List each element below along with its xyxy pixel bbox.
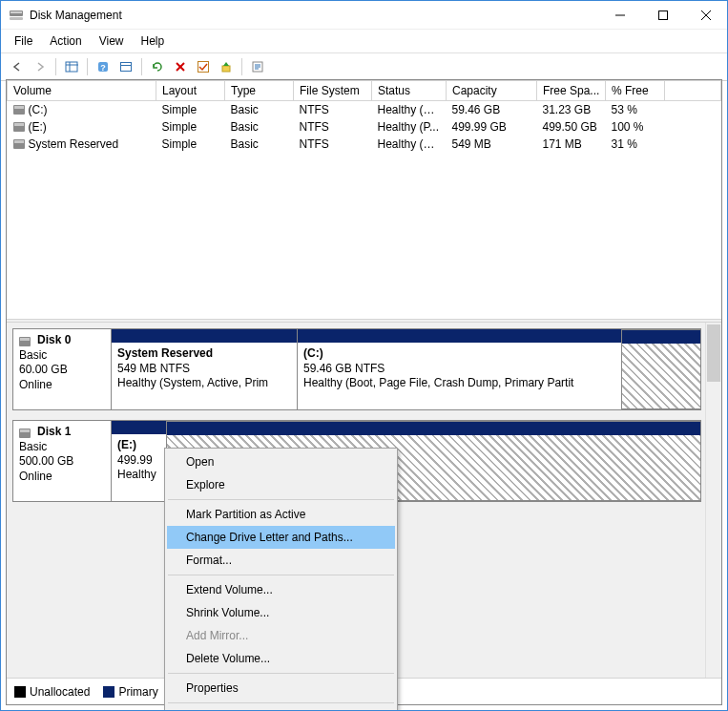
check-button[interactable] bbox=[193, 56, 214, 77]
col-status[interactable]: Status bbox=[372, 81, 447, 101]
cell-fs: NTFS bbox=[294, 101, 372, 119]
partition-band bbox=[112, 421, 166, 434]
col-type[interactable]: Type bbox=[225, 81, 294, 101]
close-button[interactable] bbox=[684, 1, 727, 29]
partition-title: System Reserved bbox=[117, 346, 213, 360]
swatch-black-icon bbox=[14, 686, 26, 698]
menu-item[interactable]: Properties bbox=[167, 677, 395, 700]
col-freespace[interactable]: Free Spa... bbox=[537, 81, 606, 101]
delete-button[interactable] bbox=[170, 56, 191, 77]
back-button[interactable] bbox=[7, 56, 28, 77]
cell-capacity: 59.46 GB bbox=[447, 101, 537, 119]
svg-rect-12 bbox=[121, 63, 132, 72]
disk-state: Online bbox=[19, 470, 105, 485]
show-hide-tree-button[interactable] bbox=[61, 56, 82, 77]
toolbar-divider bbox=[241, 58, 242, 75]
menu-item[interactable]: Delete Volume... bbox=[167, 647, 395, 670]
help-button[interactable]: ? bbox=[93, 56, 114, 77]
cell-status: Healthy (B... bbox=[372, 101, 447, 119]
menu-view[interactable]: View bbox=[92, 31, 132, 51]
settings-view-button[interactable] bbox=[115, 56, 136, 77]
partition-status: Healthy (Boot, Page File, Crash Dump, Pr… bbox=[303, 376, 573, 389]
menu-item[interactable]: Explore bbox=[167, 473, 395, 496]
partition-band bbox=[112, 329, 297, 343]
cell-capacity: 549 MB bbox=[447, 136, 537, 153]
partition-size: 499.99 bbox=[117, 453, 153, 467]
menu-item: Add Mirror... bbox=[167, 624, 395, 647]
menu-item[interactable]: Shrink Volume... bbox=[167, 601, 395, 624]
col-filesystem[interactable]: File System bbox=[294, 81, 372, 101]
partition-block[interactable]: (E:) 499.99 Healthy bbox=[112, 421, 167, 501]
cell-type: Basic bbox=[225, 136, 294, 153]
partition-title: (C:) bbox=[303, 346, 323, 360]
partition-status: Healthy (System, Active, Prim bbox=[117, 376, 268, 389]
menu-item[interactable]: Open bbox=[167, 450, 395, 473]
cell-capacity: 499.99 GB bbox=[447, 118, 537, 136]
context-menu[interactable]: OpenExploreMark Partition as ActiveChang… bbox=[164, 448, 398, 711]
disk-type: Basic bbox=[19, 348, 105, 364]
toolbar-divider bbox=[55, 58, 56, 75]
menu-item[interactable]: Help bbox=[167, 706, 395, 711]
forward-button[interactable] bbox=[30, 56, 51, 77]
partition-block[interactable]: (C:) 59.46 GB NTFS Healthy (Boot, Page F… bbox=[298, 329, 622, 409]
menu-separator bbox=[168, 499, 394, 500]
minimize-button[interactable] bbox=[598, 1, 641, 29]
volume-row[interactable]: System Reserved Simple Basic NTFS Health… bbox=[8, 136, 721, 153]
menu-item[interactable]: Mark Partition as Active bbox=[167, 503, 395, 526]
menu-item[interactable]: Change Drive Letter and Paths... bbox=[167, 526, 395, 549]
col-spacer bbox=[665, 81, 721, 101]
refresh-button[interactable] bbox=[147, 56, 168, 77]
cell-type: Basic bbox=[225, 101, 294, 119]
menu-action[interactable]: Action bbox=[42, 31, 89, 51]
volume-row[interactable]: (C:) Simple Basic NTFS Healthy (B... 59.… bbox=[8, 101, 721, 119]
column-headers[interactable]: Volume Layout Type File System Status Ca… bbox=[8, 81, 721, 101]
menu-separator bbox=[168, 575, 394, 575]
col-volume[interactable]: Volume bbox=[8, 81, 156, 101]
menu-item[interactable]: Extend Volume... bbox=[167, 578, 395, 601]
properties-button[interactable] bbox=[247, 56, 268, 77]
volume-list-pane: Volume Layout Type File System Status Ca… bbox=[7, 80, 721, 319]
menu-separator bbox=[168, 702, 394, 703]
unallocated-block[interactable] bbox=[622, 329, 700, 409]
partition-title: (E:) bbox=[117, 438, 136, 451]
cell-pct: 53 % bbox=[606, 101, 665, 119]
partition-status: Healthy bbox=[117, 468, 156, 481]
svg-rect-4 bbox=[658, 10, 667, 19]
col-layout[interactable]: Layout bbox=[156, 81, 225, 101]
up-button[interactable] bbox=[216, 56, 237, 77]
partition-block[interactable]: System Reserved 549 MB NTFS Healthy (Sys… bbox=[112, 329, 298, 409]
cell-fs: NTFS bbox=[294, 118, 372, 136]
volume-table[interactable]: Volume Layout Type File System Status Ca… bbox=[7, 80, 721, 153]
col-capacity[interactable]: Capacity bbox=[447, 81, 537, 101]
svg-rect-7 bbox=[66, 62, 77, 72]
drive-icon bbox=[19, 337, 31, 346]
vertical-scrollbar[interactable] bbox=[705, 323, 721, 678]
scroll-thumb[interactable] bbox=[707, 324, 720, 382]
cell-fs: NTFS bbox=[294, 136, 372, 153]
svg-rect-17 bbox=[222, 66, 230, 72]
toolbar-divider bbox=[141, 58, 142, 75]
cell-status: Healthy (P... bbox=[372, 118, 447, 136]
drive-icon bbox=[13, 105, 25, 115]
title-bar: Disk Management bbox=[1, 1, 727, 30]
menu-help[interactable]: Help bbox=[134, 31, 173, 51]
cell-layout: Simple bbox=[156, 101, 225, 119]
disk-name: Disk 0 bbox=[37, 333, 71, 348]
disk-header[interactable]: Disk 1 Basic 500.00 GB Online bbox=[12, 420, 112, 502]
maximize-button[interactable] bbox=[641, 1, 684, 29]
menu-file[interactable]: File bbox=[7, 31, 40, 51]
disk-header[interactable]: Disk 0 Basic 60.00 GB Online bbox=[12, 328, 112, 410]
volume-name: (E:) bbox=[29, 120, 47, 134]
volume-row[interactable]: (E:) Simple Basic NTFS Healthy (P... 499… bbox=[8, 118, 721, 136]
menu-item[interactable]: Format... bbox=[167, 549, 395, 572]
legend-unallocated: Unallocated bbox=[14, 685, 90, 699]
cell-free: 499.50 GB bbox=[537, 118, 606, 136]
disk-type: Basic bbox=[19, 440, 105, 455]
disk-size: 500.00 GB bbox=[19, 454, 105, 470]
legend-primary: Primary bbox=[103, 685, 157, 699]
disk-name: Disk 1 bbox=[37, 425, 71, 440]
window-title: Disk Management bbox=[30, 9, 598, 22]
disk-row: Disk 0 Basic 60.00 GB Online System Rese… bbox=[12, 328, 701, 410]
col-pctfree[interactable]: % Free bbox=[606, 81, 665, 101]
menu-separator bbox=[168, 673, 394, 674]
